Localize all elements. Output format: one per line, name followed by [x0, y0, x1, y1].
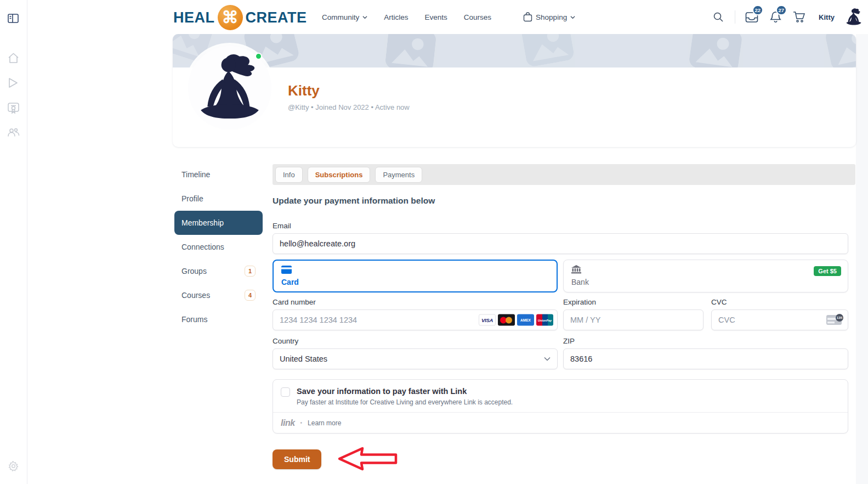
brand-symbol-icon: ⌘ — [218, 5, 243, 30]
svg-text:135: 135 — [837, 316, 843, 319]
cvc-label: CVC — [711, 298, 848, 306]
messages-inbox-icon[interactable]: 22 — [745, 10, 759, 24]
payment-form: Email Card Bank Get $5 Card number — [273, 222, 848, 472]
notifications-bell-icon[interactable]: 27 — [768, 10, 782, 24]
online-status-dot — [255, 53, 262, 60]
tab-payments[interactable]: Payments — [375, 167, 422, 183]
card-brand-icons: VISA AMEX UnionPay — [479, 314, 553, 326]
page-title: Update your payment information below — [273, 196, 855, 206]
meditation-silhouette — [194, 52, 266, 124]
zip-label: ZIP — [563, 337, 848, 345]
credit-card-icon — [281, 266, 292, 274]
brand-text-left: HEAL — [173, 9, 215, 26]
nav-links: Community Articles Events Courses Shoppi… — [322, 0, 575, 34]
chevron-down-icon — [544, 357, 551, 361]
image-placeholder-icon — [824, 34, 856, 67]
divider — [735, 10, 735, 24]
nav-username[interactable]: Kitty — [819, 13, 835, 21]
visa-icon: VISA — [479, 314, 496, 326]
messages-count-badge: 22 — [752, 5, 764, 15]
profile-meta: @Kitty • Joined Nov 2022 • Active now — [288, 103, 410, 111]
link-save-description: Pay faster at Institute for Creative Liv… — [297, 398, 513, 406]
card-number-label: Card number — [273, 298, 558, 306]
country-select[interactable]: United States — [273, 348, 558, 369]
link-save-title: Save your information to pay faster with… — [297, 387, 513, 396]
bank-icon — [571, 265, 581, 274]
save-link-checkbox[interactable] — [281, 387, 290, 397]
unionpay-icon: UnionPay — [536, 314, 553, 326]
red-arrow-annotation — [338, 447, 398, 472]
bank-tile-label: Bank — [571, 278, 840, 286]
link-save-box: Save your information to pay faster with… — [273, 379, 848, 434]
membership-content: Info Subscriptions Payments Update your … — [273, 164, 855, 472]
learn-more-link[interactable]: Learn more — [308, 419, 341, 427]
email-field[interactable] — [273, 233, 848, 254]
menu-item-groups[interactable]: Groups 1 — [174, 259, 263, 283]
courses-count-badge: 4 — [245, 290, 256, 301]
menu-item-membership[interactable]: Membership — [174, 211, 263, 235]
dot-separator: • — [300, 420, 303, 426]
tab-strip: Info Subscriptions Payments — [273, 164, 855, 185]
search-icon[interactable] — [711, 10, 725, 24]
groups-count-badge: 1 — [245, 266, 256, 277]
sidebar-toggle-icon[interactable] — [6, 11, 20, 25]
nav-item-shopping[interactable]: Shopping — [523, 12, 575, 22]
payment-method-bank-tile[interactable]: Bank Get $5 — [563, 260, 848, 292]
image-placeholder-icon — [688, 34, 743, 67]
play-media-icon[interactable] — [6, 76, 20, 90]
nav-item-community[interactable]: Community — [322, 13, 367, 21]
brand-logo[interactable]: HEAL ⌘ CREATE — [173, 4, 307, 31]
menu-item-connections[interactable]: Connections — [174, 235, 263, 259]
amex-icon: AMEX — [517, 314, 534, 326]
nav-right-cluster: 22 27 Kitty — [711, 0, 864, 34]
nav-item-events[interactable]: Events — [425, 13, 447, 21]
nav-avatar[interactable] — [844, 7, 864, 27]
card-tile-label: Card — [281, 278, 549, 286]
notifications-count-badge: 27 — [776, 5, 787, 15]
profile-avatar[interactable] — [188, 46, 271, 130]
link-logo: link — [281, 418, 295, 428]
page-right-gutter — [856, 34, 868, 484]
menu-item-profile[interactable]: Profile — [174, 187, 263, 211]
expiration-field[interactable] — [563, 309, 704, 330]
profile-side-menu: Timeline Profile Membership Connections … — [174, 162, 263, 331]
mastercard-icon — [498, 314, 515, 326]
tab-info[interactable]: Info — [275, 167, 303, 183]
profile-header-card: Kitty @Kitty • Joined Nov 2022 • Active … — [173, 34, 856, 147]
nav-item-courses[interactable]: Courses — [464, 13, 491, 21]
tab-subscriptions[interactable]: Subscriptions — [308, 167, 371, 183]
brand-text-right: CREATE — [246, 9, 307, 26]
cvc-card-icon: 135 — [826, 314, 844, 326]
profile-name: Kitty — [288, 82, 320, 99]
zip-field[interactable] — [563, 348, 848, 369]
shopping-bag-icon — [523, 12, 532, 22]
home-icon[interactable] — [6, 51, 20, 65]
menu-item-courses[interactable]: Courses 4 — [174, 283, 263, 307]
cart-icon[interactable] — [792, 10, 806, 24]
courses-certificate-icon[interactable] — [6, 101, 20, 115]
top-navbar: HEAL ⌘ CREATE Community Articles Events … — [27, 0, 868, 34]
country-label: Country — [273, 337, 558, 345]
chevron-down-icon — [570, 15, 575, 20]
left-icon-rail — [0, 0, 27, 484]
image-placeholder-icon — [384, 34, 436, 67]
settings-gear-icon[interactable] — [6, 459, 20, 473]
expiration-label: Expiration — [563, 298, 704, 306]
image-placeholder-icon — [520, 34, 575, 67]
menu-item-timeline[interactable]: Timeline — [174, 162, 263, 187]
chevron-down-icon — [362, 15, 367, 20]
payment-method-card-tile[interactable]: Card — [273, 260, 558, 292]
members-group-icon[interactable] — [6, 125, 20, 139]
cover-photo-banner[interactable] — [173, 34, 856, 67]
menu-item-forums[interactable]: Forums — [174, 307, 263, 331]
nav-item-articles[interactable]: Articles — [384, 13, 408, 21]
bank-bonus-badge: Get $5 — [814, 266, 841, 276]
email-label: Email — [273, 222, 848, 230]
submit-button[interactable]: Submit — [273, 449, 321, 469]
